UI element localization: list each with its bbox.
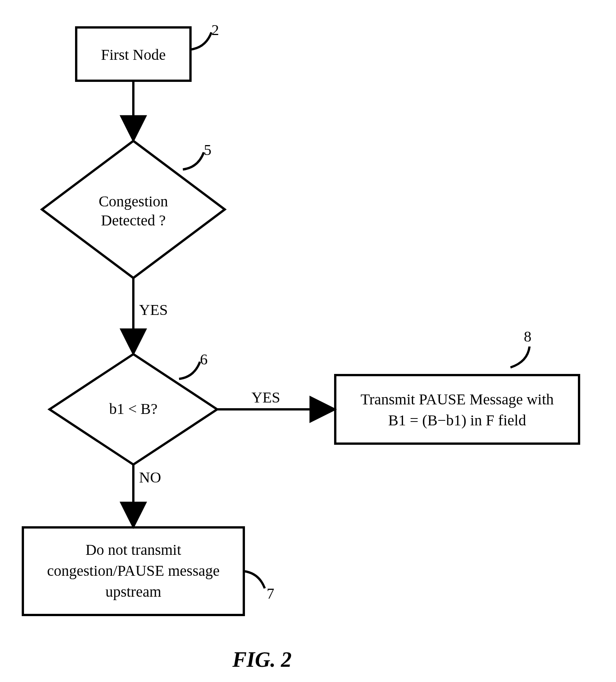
flowchart: First Node 2 Congestion Detected ? 5 YES…: [0, 0, 616, 682]
box-no-transmit: [23, 527, 244, 615]
callout-5: [183, 152, 204, 169]
callout-6: [179, 362, 200, 379]
callout-2: [190, 32, 211, 50]
flowchart-svg: [0, 0, 616, 682]
figure-caption: FIG. 2: [232, 647, 292, 672]
box-transmit: [335, 375, 579, 444]
diamond-compare: [50, 354, 217, 465]
callout-8: [510, 347, 530, 367]
box-first-node: [76, 27, 190, 81]
callout-7: [244, 571, 265, 588]
